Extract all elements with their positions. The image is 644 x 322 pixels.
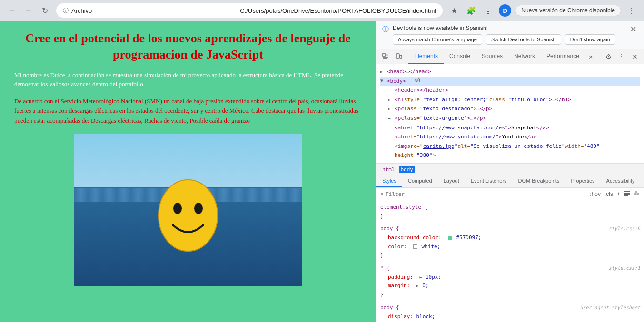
tab-performance[interactable]: Performance [541,49,585,64]
dom-line-header[interactable]: <header></header> [380,86,640,95]
dom-a1-end: </a> [536,124,549,132]
dom-line-h1[interactable]: ► <h1 style="text-align: center;" class=… [380,95,640,105]
dom-img-src-value: "carita.jpg" [420,142,457,151]
dom-line-p2[interactable]: ► <p class="texto-urgente" > … </p> [380,114,640,123]
dom-img-width-attr: width= [565,142,584,151]
browser-toolbar: ← → ↻ ⓘ Archivo C:/Users/polas/OneDrive/… [0,0,644,21]
menu-button[interactable]: ⋮ [625,4,638,17]
dom-a2-text: Youtube [502,133,524,141]
svg-point-0 [159,180,218,251]
update-notice[interactable]: Nueva versión de Chrome disponible [515,5,621,16]
tab-elements[interactable]: Elements [408,49,444,64]
dom-p2-class-attr: class= [401,114,420,123]
settings-button[interactable]: ⚙ [602,50,614,63]
css-rule-star: style.css:1 * { padding: ► 10px; margin:… [380,264,640,300]
dom-a2-end: </a> [524,133,537,141]
dom-breadcrumb: html body [376,164,644,175]
breadcrumb-body[interactable]: body [399,166,416,173]
dom-p1-tag: <p [395,105,401,113]
css-ua-selector: body { [380,304,399,311]
tab-network[interactable]: Network [508,49,541,64]
color-swatch-white [413,244,417,249]
dom-h1-style-attr: style= [404,96,423,104]
css-display-value: block; [416,313,436,320]
dom-h1-close: > [549,96,553,104]
reload-button[interactable]: ↻ [38,4,51,17]
switch-spanish-button[interactable]: Switch DevTools to Spanish [486,34,561,45]
body-arrow: ▼ [380,77,387,85]
dom-line-body[interactable]: ▼ <body> == $0 [380,77,640,86]
notification-buttons: Always match Chrome's language Switch De… [393,34,624,45]
smiley-face-image [155,175,221,254]
filter-icon: ▿ [380,191,384,197]
user-agent-label: user agent stylesheet [580,303,640,312]
extensions-button[interactable]: 🧩 [465,4,478,17]
dom-tree: ► <head> … </head> ▼ <body> == $0 <heade… [376,64,644,164]
layout-button[interactable] [633,190,640,199]
dom-body-tag: <body> [387,77,406,86]
filter-input[interactable] [386,191,587,197]
devtools-panel: ⓘ DevTools is now available in Spanish! … [376,21,644,322]
dont-show-button[interactable]: Don't show again [565,34,615,45]
toggle-all-button[interactable] [623,190,631,199]
dom-line-img2[interactable]: height="380" > [380,151,640,160]
dom-line-a2[interactable]: <a href="https://www.youtube.com/" > You… [380,132,640,142]
padding-expand-arrow[interactable]: ► [419,274,422,280]
dom-line-img[interactable]: <img src="carita.jpg" alt="Se visualiza … [380,142,640,151]
dom-p2-close: > [467,114,470,123]
dom-img-alt-value: "Se visualiza un estado feliz" [470,142,565,151]
profile-button[interactable]: D [499,4,511,17]
svg-rect-13 [637,191,639,193]
css-padding-property: padding: ► 10px; [388,274,441,280]
back-button[interactable]: ← [6,4,19,17]
tab-console[interactable]: Console [444,49,476,64]
styles-tab-event-listeners[interactable]: Event Listeners [465,175,513,187]
star-button[interactable]: ★ [447,4,461,17]
breadcrumb-html[interactable]: html [380,166,397,173]
styles-tabs: Styles Computed Layout Event Listeners D… [376,175,644,188]
cls-button[interactable]: .cls [604,190,614,198]
css-rule-body-1: style.css:6 body { background-color: #57… [380,224,640,260]
more-options-button[interactable]: ⋮ [615,50,628,63]
dom-img-end: > [432,151,436,160]
css-margin-value: 0; [422,283,428,289]
styles-tab-layout[interactable]: Layout [438,175,465,187]
dom-img-height-attr: height= [395,151,416,160]
forward-button[interactable]: → [22,4,35,17]
more-tabs-button[interactable]: » [585,53,596,60]
dom-h1-class-attr: class= [489,96,508,104]
notification-content: DevTools is now available in Spanish! Al… [393,25,624,45]
nav-buttons: ← → ↻ [6,4,51,17]
tab-sources[interactable]: Sources [476,49,508,64]
dom-h1-ellipsis: … [552,96,555,104]
website-panel: Cree en el potencial de los nuevos apren… [0,21,376,322]
svg-rect-3 [383,54,385,56]
css-bg-color-property: background-color: #57D097; [388,234,481,241]
close-devtools-button[interactable]: ✕ [629,50,641,63]
address-bar[interactable]: ⓘ Archivo C:/Users/polas/OneDrive/Escrit… [56,3,443,18]
dom-img-height-value: "380" [416,151,432,160]
css-selector: element.style { [380,204,427,210]
css-bg-color-value: #57D097; [456,234,481,241]
styles-tab-styles[interactable]: Styles [376,175,402,187]
inspect-element-button[interactable] [379,50,392,63]
margin-expand-arrow[interactable]: ► [416,283,419,288]
dom-img-alt-attr: alt= [457,142,470,151]
device-toggle-button[interactable] [393,50,405,63]
dom-line-head[interactable]: ► <head> … </head> [380,67,640,77]
dom-line-a1[interactable]: <a href="https://www.snapchat.com/es" > … [380,123,640,133]
add-rule-button[interactable]: + [616,190,621,198]
download-button[interactable]: ⭳ [482,4,495,17]
devtools-toolbar: Elements Console Sources Network Perform… [376,49,644,64]
styles-tab-computed[interactable]: Computed [402,175,438,187]
lock-icon: ⓘ [63,7,69,15]
hov-button[interactable]: :hov [589,190,602,198]
styles-tab-accessibility[interactable]: Accessibility [601,175,641,187]
styles-tab-dom-breakpoints[interactable]: DOM Breakpoints [513,175,565,187]
css-display-property: display: block; [388,313,435,320]
styles-tab-properties[interactable]: Properties [565,175,600,187]
dom-line-p1[interactable]: ► <p class="texto-destacado" > … </p> [380,104,640,114]
notification-close-button[interactable]: ✕ [628,25,638,34]
match-language-button[interactable]: Always match Chrome's language [393,34,482,45]
dom-h1-end: </h1> [555,96,571,104]
